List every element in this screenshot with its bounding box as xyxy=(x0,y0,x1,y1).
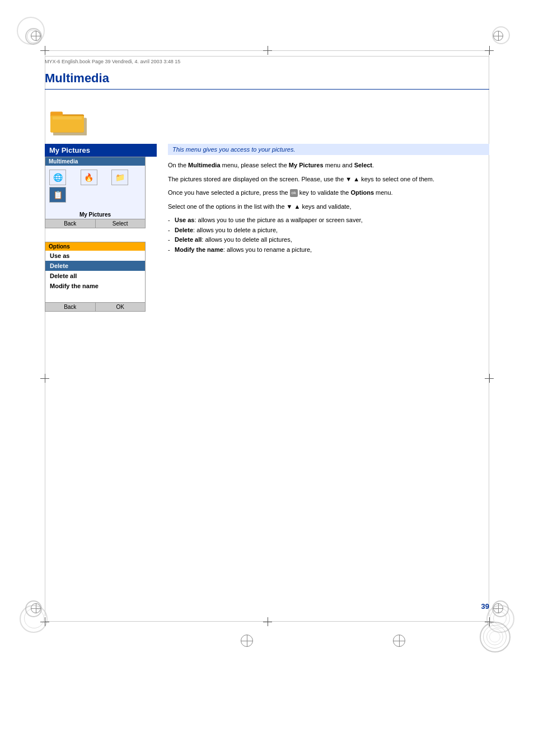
header-info: MYX-6 English.book Page 39 Vendredi, 4. … xyxy=(45,56,489,67)
folder-icon xyxy=(45,102,489,137)
body-paragraph-2: The pictures stored are displayed on the… xyxy=(168,175,489,184)
phone-screen-label: My Pictures xyxy=(45,210,145,219)
bullet-list: Use as: allows you to use the picture as… xyxy=(168,215,489,255)
options-back-button[interactable]: Back xyxy=(45,303,96,311)
body-paragraph-1: On the Multimedia menu, please select th… xyxy=(168,161,489,170)
body-paragraph-3: Once you have selected a picture, press … xyxy=(168,188,489,198)
bullet-modify-name: Modify the name: allows you to rename a … xyxy=(168,245,489,255)
svg-rect-4 xyxy=(53,117,82,120)
icon-item: 🌐 xyxy=(49,170,66,185)
bullet-delete-all: Delete all: allows you to delete all pic… xyxy=(168,235,489,245)
phone-screen-1: Multimedia 🌐 🔥 📁 📋 My Pictures Back Sele… xyxy=(45,157,146,228)
phone-screen-header: Multimedia xyxy=(45,157,145,166)
description-box: This menu gives you access to your pictu… xyxy=(168,144,489,155)
options-menu: Options Use as Delete Delete all Modify … xyxy=(45,242,146,312)
options-footer: Back OK xyxy=(45,302,145,311)
option-use-as[interactable]: Use as xyxy=(45,251,145,261)
bullet-delete: Delete: allows you to delete a picture, xyxy=(168,226,489,236)
body-paragraph-4: Select one of the options in the list wi… xyxy=(168,202,489,212)
option-delete[interactable]: Delete xyxy=(45,261,145,271)
options-menu-header: Options xyxy=(45,242,145,251)
phone-screen-footer: Back Select xyxy=(45,219,145,228)
option-modify-name[interactable]: Modify the name xyxy=(45,281,145,291)
option-delete-all[interactable]: Delete all xyxy=(45,271,145,281)
phone-screen-body: 🌐 🔥 📁 📋 xyxy=(45,166,145,210)
options-ok-button[interactable]: OK xyxy=(96,303,146,311)
select-button[interactable]: Select xyxy=(96,219,146,228)
bullet-use-as: Use as: allows you to use the picture as… xyxy=(168,215,489,226)
section-title: Multimedia xyxy=(45,71,489,90)
svg-rect-2 xyxy=(50,112,63,116)
icon-item: 🔥 xyxy=(81,170,97,185)
my-pictures-header: My Pictures xyxy=(45,144,157,157)
icon-item: 📁 xyxy=(111,170,128,185)
icon-item: 📋 xyxy=(49,187,66,203)
back-button[interactable]: Back xyxy=(45,219,96,228)
page-number: 39 xyxy=(481,602,489,611)
